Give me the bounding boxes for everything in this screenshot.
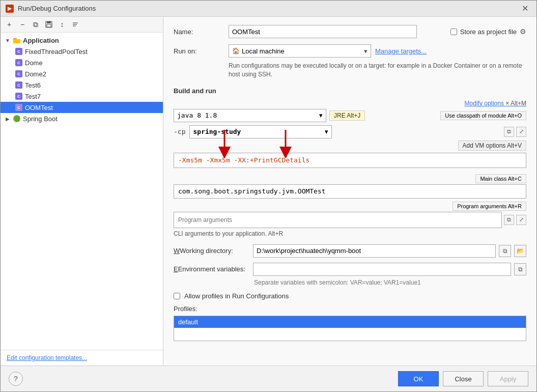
modify-options-label: Modify options	[465, 100, 504, 107]
remove-config-button[interactable]: −	[17, 19, 28, 30]
bottom-bar: ? OK Close Apply	[1, 366, 536, 391]
jre-hint-badge: JRE Alt+J	[329, 110, 365, 121]
run-on-info: Run configurations may be executed local…	[229, 62, 526, 79]
main-content: + − ⧉ ↕ ▼ Appli	[1, 17, 536, 366]
allow-profiles-checkbox[interactable]	[174, 293, 180, 299]
copy-config-button[interactable]: ⧉	[30, 19, 41, 30]
profiles-list: default	[174, 316, 526, 341]
class-icon-dome: C	[15, 59, 23, 67]
tree-item-dome[interactable]: C Dome	[1, 57, 163, 68]
expand-args-btn[interactable]: ⤢	[516, 215, 526, 225]
jre-dropdown-arrow: ▾	[319, 111, 323, 119]
svg-rect-2	[47, 24, 51, 27]
copy-wd-btn[interactable]: ⧉	[499, 245, 511, 257]
name-input[interactable]	[229, 25, 417, 38]
tree-label-springboot: Spring Boot	[23, 115, 58, 123]
working-dir-input[interactable]	[253, 244, 496, 258]
tree-item-application[interactable]: ▼ Application	[1, 35, 163, 46]
program-args-input[interactable]	[174, 212, 502, 228]
cp-label: -cp	[174, 128, 185, 135]
copy-args-btn[interactable]: ⧉	[504, 215, 514, 225]
profile-item-default[interactable]: default	[174, 316, 526, 328]
copy-vm-btn[interactable]: ⧉	[504, 127, 514, 137]
close-dialog-button[interactable]: Close	[443, 371, 484, 386]
build-run-section-title: Build and run	[174, 87, 526, 95]
folder-icon-application	[13, 36, 21, 44]
profiles-section-label: Profiles:	[174, 305, 526, 313]
edit-config-templates-link[interactable]: Edit configuration templates...	[1, 350, 163, 366]
expand-icon-application: ▼	[5, 38, 11, 43]
modify-options-link[interactable]: Modify options × Alt+M	[465, 100, 526, 107]
expand-icon-springboot: ▶	[5, 116, 11, 122]
tree-label-dome: Dome	[25, 59, 43, 67]
tree-item-oomtest[interactable]: C OOMTest	[1, 102, 163, 113]
tree-item-springboot[interactable]: ▶ 🌿 Spring Boot	[1, 113, 163, 124]
module-value: spring-study	[193, 128, 241, 135]
spring-icon: 🌿	[13, 115, 21, 123]
title-bar: ▶ Run/Debug Configurations ✕	[1, 1, 536, 17]
add-vm-options-button[interactable]: Add VM options Alt+V	[458, 141, 526, 151]
allow-profiles-row: Allow profiles in Run Configurations	[174, 292, 526, 300]
copy-env-btn[interactable]: ⧉	[514, 263, 526, 275]
tree-label-test6: Test6	[25, 81, 41, 89]
run-debug-dialog: ▶ Run/Debug Configurations ✕ + − ⧉ ↕	[0, 0, 537, 392]
expand-vm-btn[interactable]: ⤢	[516, 127, 526, 137]
tree-label-dome2: Dome2	[25, 70, 46, 78]
tree-item-dome2[interactable]: C Dome2	[1, 68, 163, 79]
run-on-label: Run on:	[174, 47, 224, 55]
env-vars-label: EEnvironment variables:	[174, 265, 250, 273]
module-dropdown-arrow: ▾	[325, 128, 328, 135]
working-dir-row: WWorking directory: ⧉ 📂	[174, 244, 526, 258]
class-icon-test7: C	[15, 92, 23, 100]
browse-wd-btn[interactable]: 📂	[514, 245, 526, 257]
settings-icon[interactable]: ⚙	[520, 27, 526, 36]
svg-rect-1	[47, 21, 51, 23]
main-class-input[interactable]	[174, 184, 526, 199]
dialog-title: Run/Debug Configurations	[18, 5, 96, 12]
svg-text:🌿: 🌿	[14, 116, 20, 122]
jre-dropdown[interactable]: java 8 1.8 ▾	[174, 109, 326, 122]
module-select[interactable]: spring-study ▾	[189, 125, 332, 138]
class-icon-test6: C	[15, 81, 23, 89]
class-icon-dome2: C	[15, 70, 23, 78]
class-icon-oomtest: C	[15, 103, 23, 111]
right-panel: Name: Store as project file ⚙ Run on: 🏠 …	[163, 17, 536, 366]
sort-config-button[interactable]	[70, 19, 81, 30]
house-icon: 🏠	[232, 47, 240, 54]
left-toolbar: + − ⧉ ↕	[1, 17, 163, 33]
run-on-dropdown[interactable]: 🏠 Local machine ▾	[229, 44, 371, 58]
name-label: Name:	[174, 28, 224, 36]
main-class-button[interactable]: Main class Alt+C	[475, 174, 526, 183]
modify-options-key: × Alt+M	[505, 100, 526, 107]
env-vars-input[interactable]	[253, 263, 511, 276]
close-button[interactable]: ✕	[519, 3, 531, 14]
manage-targets-link[interactable]: Manage targets...	[375, 47, 427, 55]
store-project-label: Store as project file	[460, 28, 517, 36]
tree-item-fixedthreadpooltest[interactable]: C FixedThreadPoolTest	[1, 46, 163, 57]
tree-label-oomtest: OOMTest	[25, 104, 53, 111]
program-args-button[interactable]: Program arguments Alt+R	[453, 202, 526, 211]
allow-profiles-label: Allow profiles in Run Configurations	[184, 292, 289, 300]
cli-hint: CLI arguments to your application. Alt+R	[174, 230, 526, 237]
vm-options-input[interactable]	[174, 153, 526, 168]
apply-button[interactable]: Apply	[488, 371, 528, 386]
ok-button[interactable]: OK	[398, 371, 439, 386]
tree-label-test7: Test7	[25, 93, 41, 100]
title-bar-left: ▶ Run/Debug Configurations	[6, 5, 96, 13]
working-dir-label: WWorking directory:	[174, 247, 250, 255]
help-button[interactable]: ?	[9, 372, 23, 386]
tree-label-fixedthreadpooltest: FixedThreadPoolTest	[25, 48, 88, 55]
dropdown-arrow-icon: ▾	[364, 47, 368, 55]
add-config-button[interactable]: +	[4, 19, 15, 30]
tree-item-test6[interactable]: C Test6	[1, 79, 163, 91]
save-config-button[interactable]	[43, 19, 54, 30]
env-vars-row: EEnvironment variables: ⧉	[174, 263, 526, 276]
move-config-button[interactable]: ↕	[56, 19, 68, 30]
use-classpath-button[interactable]: Use classpath of module Alt+O	[440, 111, 526, 120]
tree-label-application: Application	[23, 37, 59, 44]
class-icon-fixedthreadpooltest: C	[15, 47, 23, 55]
run-on-value: Local machine	[242, 47, 285, 55]
tree-item-test7[interactable]: C Test7	[1, 91, 163, 102]
jre-value: java 8 1.8	[177, 111, 217, 119]
store-project-checkbox[interactable]	[450, 29, 457, 35]
